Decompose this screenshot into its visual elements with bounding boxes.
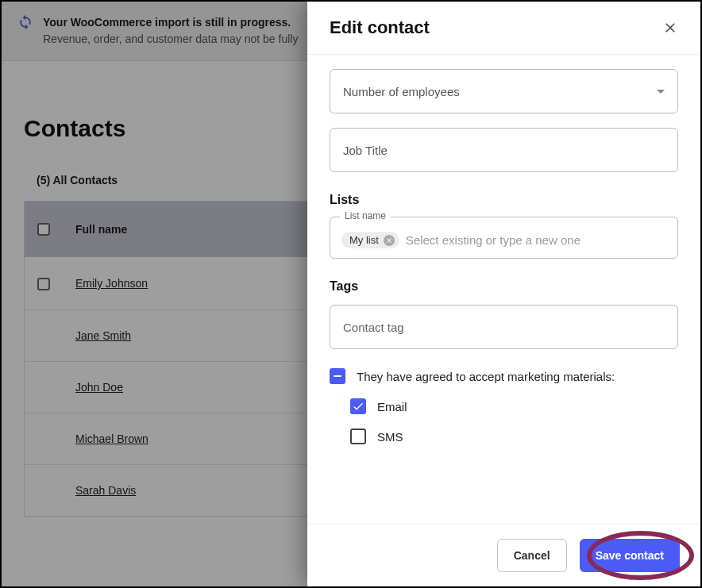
list-placeholder: Select existing or type a new one [406, 233, 580, 247]
employees-placeholder: Number of employees [343, 85, 460, 98]
sms-consent-label: SMS [377, 430, 403, 444]
list-chip[interactable]: My list [341, 232, 399, 248]
row-checkbox[interactable] [37, 278, 50, 290]
banner-title: Your WooCommerce import is still in prog… [43, 14, 298, 31]
number-of-employees-select[interactable]: Number of employees [330, 69, 678, 113]
email-consent-checkbox[interactable] [350, 398, 366, 414]
column-full-name[interactable]: Full name [63, 202, 298, 257]
cancel-button[interactable]: Cancel [497, 539, 567, 572]
job-title-placeholder: Job Title [343, 144, 388, 157]
contact-name-link[interactable]: John Doe [75, 381, 123, 394]
list-name-input[interactable]: List name My list Select existing or typ… [330, 217, 678, 259]
contact-name-link[interactable]: Michael Brown [75, 432, 148, 445]
email-consent-label: Email [377, 400, 407, 413]
sync-icon [17, 14, 33, 30]
contact-name-link[interactable]: Sarah Davis [75, 484, 136, 497]
chip-remove-icon[interactable] [384, 235, 395, 246]
tab-all-contacts[interactable]: (5) All Contacts [24, 164, 130, 201]
consent-label: They have agreed to accept marketing mat… [357, 370, 615, 383]
chevron-down-icon [657, 90, 665, 94]
list-field-label: List name [340, 210, 391, 221]
job-title-input[interactable]: Job Title [330, 128, 678, 172]
close-icon[interactable] [662, 20, 678, 36]
select-all-checkbox[interactable] [37, 223, 50, 236]
tags-section-label: Tags [330, 279, 678, 294]
contact-name-link[interactable]: Emily Johnson [75, 277, 148, 290]
contact-tag-input[interactable]: Contact tag [330, 305, 678, 349]
tag-placeholder: Contact tag [343, 321, 404, 334]
sms-consent-checkbox[interactable] [350, 429, 366, 444]
banner-subtitle: Revenue, order, and customer data may no… [43, 31, 298, 48]
drawer-title: Edit contact [330, 17, 430, 38]
marketing-consent-checkbox[interactable] [330, 368, 345, 384]
save-contact-button[interactable]: Save contact [580, 539, 680, 572]
lists-section-label: Lists [330, 193, 678, 207]
contact-name-link[interactable]: Jane Smith [75, 329, 131, 342]
edit-contact-drawer: Edit contact Number of employees Job Tit… [307, 2, 700, 586]
